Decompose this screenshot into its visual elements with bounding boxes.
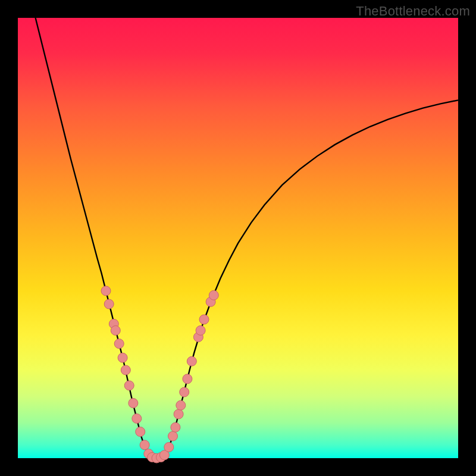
marker-dot	[180, 387, 189, 397]
marker-dot	[140, 440, 149, 450]
marker-dot	[171, 422, 180, 432]
marker-dot	[174, 409, 183, 419]
marker-dot	[168, 431, 177, 441]
marker-dot	[176, 400, 186, 410]
marker-dot	[101, 286, 111, 296]
marker-dot	[199, 315, 209, 324]
bottleneck-chart	[0, 0, 476, 476]
marker-dot	[111, 325, 120, 335]
marker-dot	[124, 381, 134, 390]
marker-dot	[187, 356, 196, 366]
marker-dot	[196, 325, 205, 335]
marker-dot	[104, 299, 114, 309]
marker-dot	[121, 365, 130, 375]
marker-dot	[183, 374, 192, 384]
marker-dot	[132, 414, 142, 423]
marker-dot	[118, 353, 127, 362]
gradient-plot-area	[18, 18, 458, 458]
marker-dot	[136, 427, 145, 437]
chart-container: TheBottleneck.com	[0, 0, 476, 476]
watermark-label: TheBottleneck.com	[356, 4, 470, 19]
marker-dot	[209, 290, 218, 300]
marker-dot	[114, 339, 124, 349]
marker-dot	[164, 443, 174, 452]
marker-dot	[129, 399, 138, 408]
